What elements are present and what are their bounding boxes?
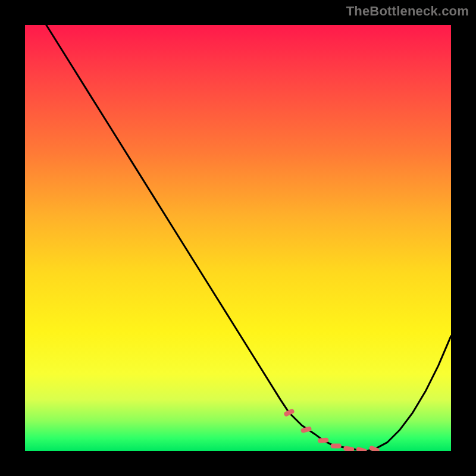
plot-area (25, 25, 451, 451)
highlight-marker (331, 443, 342, 448)
bottleneck-curve-path (46, 25, 451, 451)
chart-stage: TheBottleneck.com (0, 0, 476, 476)
marker-group (283, 408, 380, 451)
highlight-marker (300, 426, 312, 433)
highlight-marker (343, 446, 355, 451)
curve-layer (25, 25, 451, 451)
highlight-marker (356, 446, 368, 451)
watermark-label: TheBottleneck.com (346, 4, 469, 19)
